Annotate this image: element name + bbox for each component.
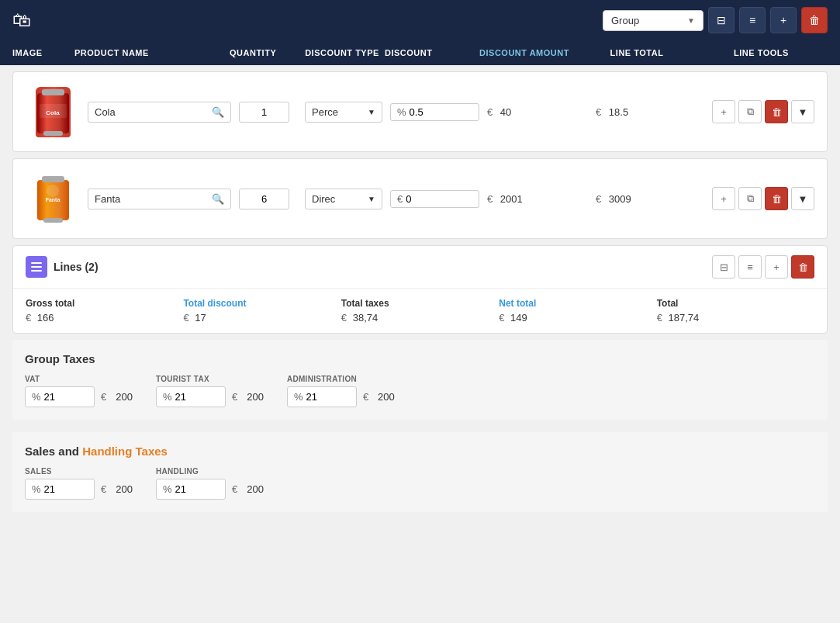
sales-field[interactable]: %	[25, 479, 95, 500]
quantity-input-1[interactable]	[239, 102, 289, 123]
summary-title: Lines (2)	[26, 256, 99, 278]
add-button[interactable]: +	[770, 7, 797, 33]
product-name-cell-2: Fanta 🔍	[88, 189, 231, 209]
svg-rect-7	[42, 176, 64, 182]
sales-title-normal: Sales and	[25, 445, 82, 458]
disc-type-select-1[interactable]: Perce ▼	[305, 102, 382, 123]
svg-rect-11	[31, 262, 42, 264]
product-name-cell-1: Cola 🔍	[88, 102, 231, 123]
col-header-discount-amount: DISCOUNT AMOUNT	[470, 48, 579, 57]
tourist-input[interactable]	[175, 391, 214, 403]
line-total-cell-1: € 18.5	[596, 106, 697, 118]
summary-columns-btn[interactable]: ⊟	[712, 255, 735, 279]
discount-cell-1: %	[390, 103, 479, 121]
row-add-btn-2[interactable]: +	[712, 187, 735, 210]
tourist-item: % € 200	[156, 386, 264, 407]
group-select[interactable]: Group ▼	[603, 10, 703, 31]
top-header: 🛍 Group ▼ ⊟ ≡ + 🗑	[0, 0, 840, 40]
summary-controls: ⊟ ≡ + 🗑	[712, 255, 814, 279]
trash-icon: 🗑	[809, 14, 820, 26]
grand-total-value: € 187,74	[657, 312, 814, 324]
sales-input[interactable]	[44, 483, 83, 495]
handling-field[interactable]: %	[156, 479, 226, 500]
disc-type-select-2[interactable]: Direc ▼	[305, 189, 382, 209]
disc-amount-currency-2: €	[487, 193, 493, 205]
group-taxes-section: Group Taxes VAT % € 200 TOURIST TAX %	[12, 340, 828, 420]
grand-total-currency: €	[657, 312, 662, 324]
svg-point-10	[47, 185, 59, 197]
row-delete-btn-2[interactable]: 🗑	[765, 187, 788, 210]
row-add-btn-1[interactable]: +	[712, 100, 735, 123]
col-header-line-total: LINE TOTAL	[579, 48, 695, 57]
qty-cell-1	[239, 102, 297, 123]
vat-amount: 200	[116, 391, 133, 403]
net-total-value: € 149	[499, 312, 656, 324]
sales-currency: €	[101, 483, 106, 495]
sales-item: % € 200	[25, 479, 133, 500]
sales-amount: 200	[116, 483, 133, 495]
line-total-value-2: 3009	[609, 193, 631, 205]
line-total-currency-1: €	[596, 106, 601, 118]
total-grand: Total € 187,74	[657, 298, 814, 324]
tourist-field[interactable]: %	[156, 386, 226, 407]
tax-group-admin: ADMINISTRATION % € 200	[287, 375, 395, 407]
columns-icon: ⊟	[717, 14, 726, 26]
delete-button[interactable]: 🗑	[801, 7, 828, 33]
disc-type-cell-2: Direc ▼	[305, 189, 382, 209]
add-icon: +	[780, 14, 786, 26]
handling-label: HANDLING	[156, 467, 264, 476]
disc-amount-cell-2: € 2001	[487, 193, 588, 205]
svg-text:Fanta: Fanta	[45, 197, 60, 202]
summary-title-text: Lines (2)	[54, 261, 99, 273]
row-expand-btn-1[interactable]: ▼	[791, 100, 814, 123]
group-select-value: Group	[611, 15, 639, 26]
product-name-text-2: Fanta	[95, 193, 120, 205]
vat-input[interactable]	[44, 391, 83, 403]
gross-total-currency: €	[26, 312, 31, 324]
row-copy-btn-1[interactable]: ⧉	[738, 100, 762, 123]
group-taxes-rows: VAT % € 200 TOURIST TAX % € 200	[25, 375, 815, 407]
tourist-amount: 200	[247, 391, 264, 403]
taxes-total-value: € 38,74	[341, 312, 499, 324]
disc-type-value-2: Direc	[312, 193, 335, 205]
admin-input[interactable]	[306, 391, 344, 403]
vat-field[interactable]: %	[25, 386, 95, 407]
svg-rect-12	[31, 266, 42, 268]
handling-input[interactable]	[175, 483, 214, 495]
total-net: Net total € 149	[499, 298, 656, 324]
discount-input-2[interactable]	[406, 193, 448, 205]
product-name-input-2[interactable]: Fanta 🔍	[88, 189, 231, 209]
logo-icon: 🛍	[12, 9, 31, 31]
discount-total-label: Total discount	[183, 298, 340, 309]
line-total-currency-2: €	[596, 193, 601, 205]
col-header-tools: LINE TOOLS	[695, 48, 828, 57]
quantity-input-2[interactable]	[239, 189, 289, 209]
admin-field[interactable]: %	[287, 386, 357, 407]
row-expand-btn-2[interactable]: ▼	[791, 187, 814, 210]
tax-group-vat: VAT % € 200	[25, 375, 133, 407]
header-controls: Group ▼ ⊟ ≡ + 🗑	[603, 7, 828, 33]
disc-type-arrow-2: ▼	[368, 195, 375, 203]
svg-rect-5	[40, 104, 67, 118]
row-delete-btn-1[interactable]: 🗑	[765, 100, 788, 123]
discount-input-1[interactable]	[410, 106, 452, 118]
disc-amount-value-2: 2001	[500, 193, 523, 205]
row-copy-btn-2[interactable]: ⧉	[738, 187, 762, 210]
discount-cell-2: €	[390, 190, 479, 208]
sales-prefix: %	[32, 483, 41, 495]
admin-label: ADMINISTRATION	[287, 375, 395, 383]
search-icon-1[interactable]: 🔍	[212, 106, 224, 118]
totals-row: Gross total € 166 Total discount € 17 To…	[13, 289, 827, 333]
sales-handling-rows: SALES % € 200 HANDLING % € 200	[25, 467, 815, 500]
search-icon-2[interactable]: 🔍	[212, 193, 224, 205]
lines-button[interactable]: ≡	[739, 7, 766, 33]
sales-handling-section: Sales and Handling Taxes SALES % € 200 H…	[12, 432, 828, 512]
columns-button[interactable]: ⊟	[708, 7, 735, 33]
product-name-input-1[interactable]: Cola 🔍	[88, 102, 231, 123]
summary-lines-btn[interactable]: ≡	[738, 255, 762, 279]
summary-delete-btn[interactable]: 🗑	[791, 255, 814, 279]
tax-group-tourist: TOURIST TAX % € 200	[156, 375, 264, 407]
summary-header: Lines (2) ⊟ ≡ + 🗑	[13, 246, 827, 289]
list-icon-svg	[30, 261, 43, 273]
summary-add-btn[interactable]: +	[765, 255, 788, 279]
